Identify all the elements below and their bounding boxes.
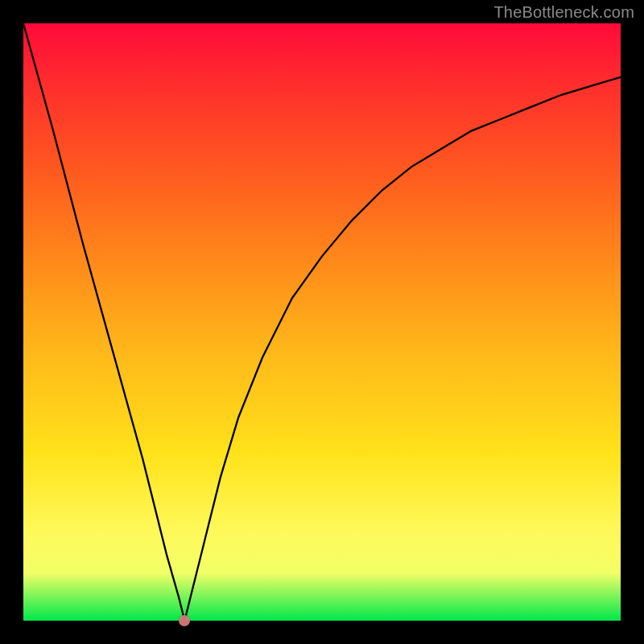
curve-layer bbox=[23, 23, 621, 621]
plot-outer bbox=[23, 23, 621, 621]
chart-frame: TheBottleneck.com bbox=[0, 0, 644, 644]
plot-background-gradient bbox=[23, 23, 621, 621]
optimum-marker bbox=[179, 615, 190, 626]
attribution-text: TheBottleneck.com bbox=[493, 3, 634, 22]
bottleneck-curve bbox=[23, 23, 621, 621]
